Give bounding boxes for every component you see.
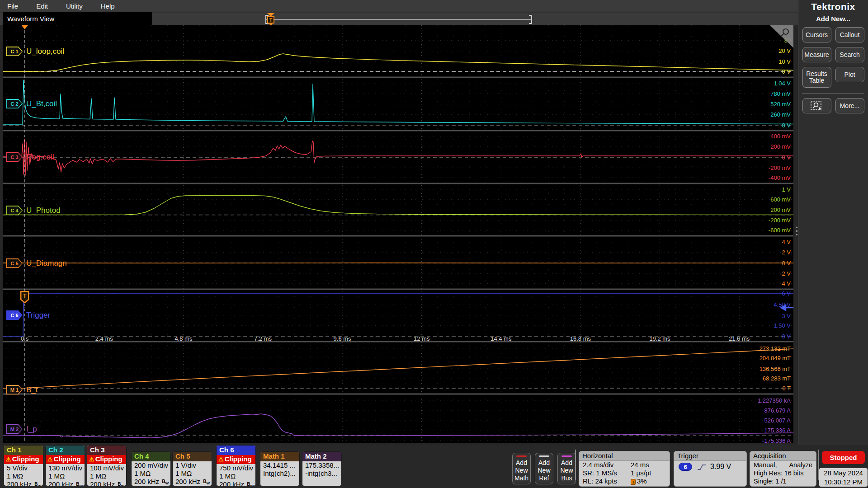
zoom-select-button[interactable] [802, 98, 831, 113]
c6-scale-label: 3 V [782, 313, 791, 319]
callout-button[interactable]: Callout [835, 27, 864, 42]
badge-ch4[interactable]: Ch 4200 mV/div1 MΩ200 kHzBW [131, 451, 171, 486]
c3-scale-label: -200 mV [769, 164, 791, 171]
c4-scale-label: -600 mV [769, 227, 791, 234]
m1-channel-name: B_t [26, 385, 38, 394]
badge-setting: 175.3358... [302, 461, 341, 469]
horizontal-row: RL: 24 kptsT3% [579, 477, 670, 485]
c5-trace [3, 263, 793, 263]
c5-scale-label: -4 V [780, 280, 791, 287]
m1-scale-label: 136.566 mT [760, 366, 791, 372]
bandwidth-icon: BW [34, 480, 41, 486]
results-table-button[interactable]: ResultsTable [802, 67, 831, 88]
badge-ch3[interactable]: Ch 3⚠Clipping100 mV/div1 MΩ200 kHzBW [87, 445, 127, 486]
trigger-source-badge: 6 [679, 463, 692, 471]
sidebar-bottom-buttons: More... [798, 98, 868, 113]
badge-setting: Intg(ch2)... [260, 469, 299, 478]
badge-setting: 1 MΩ [4, 472, 43, 480]
badge-ch1[interactable]: Ch 1⚠Clipping5 V/div1 MΩ200 kHzBW [4, 445, 43, 486]
sidebar-divider [802, 93, 864, 94]
clipping-warning: ⚠Clipping [87, 455, 126, 464]
badge-setting: 200 kHzBW [132, 478, 170, 486]
time-axis-label: 14.4 ms [491, 335, 512, 342]
badge-ch6[interactable]: Ch 6⚠Clipping750 mV/div1 MΩ200 kHzBW [216, 445, 256, 486]
add-new-ref-button[interactable]: AddNewRef [535, 453, 553, 484]
acquisition-overview-ruler[interactable]: T [261, 12, 537, 26]
m2-scale-label: 175.336 A [764, 427, 791, 434]
c3-channel-badge[interactable]: C 3 [6, 152, 23, 162]
c4-channel-name: U_Photod [26, 206, 61, 215]
m2-channel-name: I_p [26, 425, 37, 434]
rising-edge-icon [697, 463, 707, 471]
warning-icon: ⚠ [218, 456, 224, 463]
horizontal-title: Horizontal [579, 451, 670, 461]
c3-scale-label: 200 mV [770, 143, 791, 150]
c2-trace [3, 80, 793, 124]
menu-help[interactable]: Help [101, 2, 115, 10]
m2-channel-badge[interactable]: M 2 [6, 424, 23, 434]
bandwidth-icon: BW [247, 480, 254, 486]
trigger-panel[interactable]: Trigger 6 3.99 V [674, 451, 747, 487]
search-button[interactable]: Search [835, 47, 864, 62]
c2-scale-label: 520 mV [770, 101, 791, 108]
badge-setting: 130 mV/div [46, 464, 85, 472]
horizontal-row: SR: 1 MS/s1 µs/pt [579, 469, 670, 477]
badge-setting: -intg(ch3... [302, 469, 341, 478]
add-new-math-button[interactable]: AddNewMath [512, 453, 531, 484]
acq-mode: Manual, [754, 461, 777, 469]
acquisition-panel[interactable]: Acquisition Manual, Analyze High Res: 16… [750, 451, 816, 487]
trigger-level-value: 3.99 V [710, 462, 731, 472]
menu-bar: FileEditUtilityHelp [0, 0, 798, 12]
date-label: 28 May 2024 [819, 469, 868, 478]
c5-scale-label: 2 V [782, 249, 791, 256]
time-axis-label: 2.4 ms [95, 335, 113, 342]
menu-file[interactable]: File [7, 2, 18, 10]
c1-scale-label: 10 V [778, 58, 791, 65]
m1-scale-label: 0 T [782, 385, 791, 392]
c2-scale-label: 780 mV [770, 90, 791, 97]
time-axis-label: 16.8 ms [570, 335, 591, 342]
c3-scale-label: 0 V [782, 154, 791, 161]
c2-channel-badge[interactable]: C 2 [6, 99, 23, 108]
badge-ch5[interactable]: Ch 51 V/div1 MΩ200 kHzBW [172, 451, 212, 486]
horizontal-panel[interactable]: Horizontal 2.4 ms/div24 msSR: 1 MS/s1 µs… [579, 451, 670, 487]
acq-single: Single: 1 /1 [750, 477, 816, 485]
more-button[interactable]: More... [835, 98, 864, 113]
run-stop-button[interactable]: Stopped [822, 451, 865, 464]
right-sidebar: ••• Tektronix Add New... CursorsCalloutM… [798, 0, 868, 445]
horizontal-row: 2.4 ms/div24 ms [579, 461, 670, 469]
time-axis-label: 4.8 ms [175, 335, 193, 342]
datetime-display: 28 May 2024 10:30:12 PM [819, 468, 868, 487]
menu-edit[interactable]: Edit [36, 2, 48, 10]
acq-resolution: High Res: 16 bits [750, 469, 816, 477]
c4-channel-badge[interactable]: C 4 [6, 206, 23, 215]
c5-channel-badge[interactable]: C 5 [6, 258, 23, 268]
clipping-warning: ⚠Clipping [46, 455, 85, 464]
badge-setting: 100 mV/div [87, 464, 126, 472]
warning-icon: ⚠ [47, 456, 53, 463]
add-new-bus-button[interactable]: AddNewBus [557, 453, 576, 484]
waveform-plot[interactable]: 3020 V10 V0 V1.04 V780 mV520 mV260 mV0 V… [3, 25, 793, 443]
c5-scale-label: 4 V [782, 239, 791, 245]
badge-math2[interactable]: Math 2175.3358...-intg(ch3... [302, 451, 342, 486]
warning-icon: ⚠ [6, 456, 11, 463]
cursors-button[interactable]: Cursors [802, 27, 831, 42]
time-axis-label: 19.2 ms [649, 335, 670, 342]
add-new-title: Add New... [798, 15, 868, 23]
c6-scale-label: 1.50 V [774, 322, 791, 329]
menu-utility[interactable]: Utility [66, 2, 83, 10]
panel-resize-handle[interactable]: ••• [796, 226, 798, 238]
trigger-position-icon: T [631, 479, 636, 485]
measure-button[interactable]: Measure [802, 47, 831, 62]
m2-scale-label: -175.336 A [762, 437, 791, 443]
time-label: 10:30:12 PM [819, 478, 868, 487]
c1-channel-badge[interactable]: C 1 [6, 47, 23, 56]
badge-math1[interactable]: Math 134.1415 ...Intg(ch2)... [260, 451, 300, 486]
m1-scale-label: 68.283 mT [763, 375, 791, 382]
plot-button[interactable]: Plot [835, 67, 864, 82]
time-axis-label: 21.6 ms [729, 335, 750, 342]
badge-ch2[interactable]: Ch 2⚠Clipping130 mV/div1 MΩ200 kHzBW [45, 445, 85, 486]
m1-channel-badge[interactable]: M 1 [6, 385, 23, 394]
c6-channel-badge[interactable]: C 6 [6, 310, 23, 320]
tab-waveform-view[interactable]: Waveform View [3, 12, 152, 26]
